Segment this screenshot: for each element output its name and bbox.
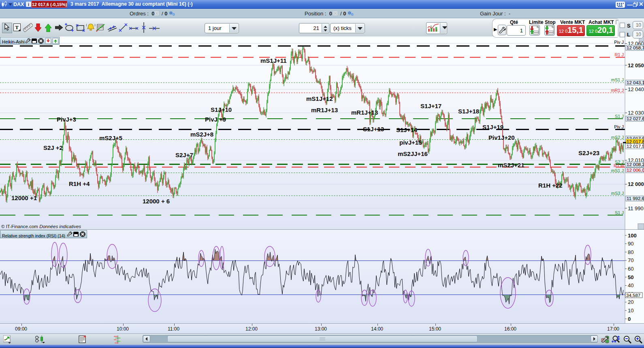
svg-text:S2J +2: S2J +2 [43, 144, 63, 151]
svg-text:12000 +1: 12000 +1 [11, 194, 37, 201]
svg-text:S1J+13: S1J+13 [363, 126, 384, 132]
svg-text:mS2J+8: mS2J+8 [190, 131, 213, 138]
svg-text:mS2J+5: mS2J+5 [99, 135, 122, 141]
svg-text:12 050: 12 050 [628, 62, 644, 68]
svg-text:70: 70 [628, 257, 633, 263]
svg-text:mR1J+13: mR1J+13 [311, 107, 338, 113]
svg-text:12 017,8: 12 017,8 [627, 139, 644, 144]
svg-text:12 043,1: 12 043,1 [627, 80, 644, 85]
svg-text:11 990: 11 990 [628, 205, 644, 211]
svg-text:i: i [28, 2, 29, 7]
svg-text:60: 60 [628, 266, 633, 272]
svg-text:12 017,5: 12 017,5 [627, 144, 644, 149]
svg-text:12 040: 12 040 [628, 86, 644, 92]
svg-text:12000 + 6: 12000 + 6 [143, 198, 170, 205]
svg-text:R1H +22: R1H +22 [538, 182, 563, 189]
svg-text:90: 90 [628, 241, 633, 247]
svg-text:S2J+7: S2J+7 [175, 152, 193, 158]
svg-text:mS1J+11: mS1J+11 [260, 57, 287, 64]
svg-text:12 000: 12 000 [628, 181, 644, 187]
svg-text:S1J+19: S1J+19 [482, 124, 503, 130]
svg-text:mS2JJ+16: mS2JJ+16 [398, 150, 428, 157]
svg-text:S2J+23: S2J+23 [578, 149, 599, 156]
svg-text:S1J+18: S1J+18 [458, 108, 479, 115]
svg-text:100: 100 [628, 233, 637, 239]
svg-text:S1J+17: S1J+17 [420, 102, 441, 109]
svg-text:S1 J: S1 J [615, 114, 624, 119]
svg-text:PivJ+3: PivJ+3 [57, 116, 76, 123]
svg-text:mS2J+21: mS2J+21 [498, 162, 524, 169]
svg-text:© IT-Finance.com Données indic: © IT-Finance.com Données indicatives [1, 224, 81, 229]
svg-text:0: 0 [628, 316, 631, 322]
svg-text:mS1 J: mS1 J [611, 77, 624, 82]
svg-text:S1J+10: S1J+10 [211, 106, 232, 113]
svg-text:mR1J+13: mR1J+13 [351, 109, 378, 116]
svg-text:12 006,0: 12 006,0 [627, 168, 644, 173]
svg-text:R1 J: R1 J [614, 52, 624, 57]
svg-text:34,587: 34,587 [626, 293, 640, 298]
svg-text:20: 20 [628, 299, 633, 305]
svg-text:80: 80 [628, 249, 633, 255]
svg-text:12 008,2: 12 008,2 [627, 162, 644, 167]
svg-text:S1 J: S1 J [615, 210, 624, 215]
svg-text:mS2 J: mS2 J [611, 135, 624, 140]
svg-text:11 992,6: 11 992,6 [627, 196, 644, 201]
svg-text:12 030: 12 030 [628, 110, 644, 116]
svg-text:50: 50 [628, 274, 633, 280]
svg-text:mS3 J: mS3 J [611, 191, 624, 196]
svg-text:PivJ +9: PivJ +9 [205, 116, 226, 123]
svg-text:mS1J+12: mS1J+12 [306, 95, 333, 102]
svg-text:T: T [15, 24, 19, 30]
svg-text:mR1 J: mR1 J [611, 88, 624, 93]
svg-text:Piv1J+20: Piv1J+20 [488, 134, 515, 141]
svg-text:40: 40 [628, 282, 633, 288]
svg-text:mS1 J: mS1 J [611, 168, 624, 173]
svg-text:12 058,7: 12 058,7 [627, 45, 644, 50]
svg-text:R1 H: R1 H [614, 163, 624, 168]
svg-text:Piv J: Piv J [614, 40, 624, 45]
svg-text:Piv J: Piv J [614, 124, 624, 129]
svg-text:S1J+14: S1J+14 [396, 126, 418, 133]
svg-text:R1H +4: R1H +4 [69, 180, 90, 187]
svg-text:10: 10 [628, 307, 633, 314]
svg-text:pivJ+15: pivJ+15 [399, 139, 422, 146]
svg-text:12 027,6: 12 027,6 [627, 116, 644, 121]
